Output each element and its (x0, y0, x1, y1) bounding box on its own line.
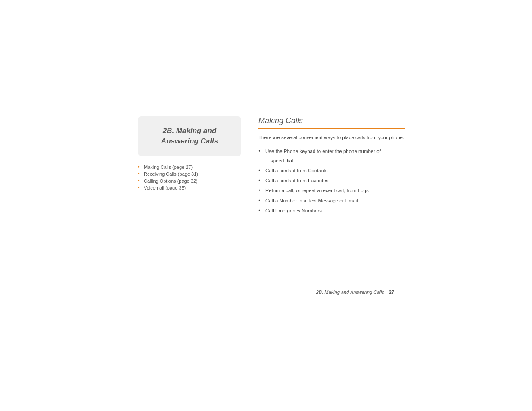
footer-chapter-label: 2B. Making and Answering Calls (316, 290, 384, 295)
page-footer: 2B. Making and Answering Calls 27 (316, 290, 394, 295)
intro-text: There are several convenient ways to pla… (258, 134, 405, 141)
right-column: Making Calls There are several convenien… (258, 116, 405, 216)
toc-item-1: Making Calls (page 27) (138, 164, 241, 171)
bullet-item-4: Return a call, or repeat a recent call, … (258, 186, 405, 196)
bullet-item-1-cont: speed dial (258, 156, 405, 166)
bullet-list: Use the Phone keypad to enter the phone … (258, 146, 405, 216)
section-title: Making Calls (258, 116, 405, 125)
bullet-item-5: Call a Number in a Text Message or Email (258, 196, 405, 206)
chapter-box: 2B. Making and Answering Calls (138, 116, 241, 156)
toc-item-4: Voicemail (page 35) (138, 184, 241, 191)
toc-list: Making Calls (page 27) Receiving Calls (… (138, 164, 241, 191)
bullet-item-3: Call a contact from Favorites (258, 176, 405, 186)
bullet-item-1: Use the Phone keypad to enter the phone … (258, 146, 405, 156)
toc-item-3: Calling Options (page 32) (138, 177, 241, 184)
left-column: 2B. Making and Answering Calls Making Ca… (138, 116, 241, 216)
toc-item-2: Receiving Calls (page 31) (138, 171, 241, 177)
footer-page-number: 27 (389, 290, 394, 295)
bullet-item-6: Call Emergency Numbers (258, 206, 405, 216)
title-divider (258, 128, 405, 129)
chapter-title: 2B. Making and Answering Calls (148, 126, 231, 146)
bullet-item-2: Call a contact from Contacts (258, 166, 405, 176)
